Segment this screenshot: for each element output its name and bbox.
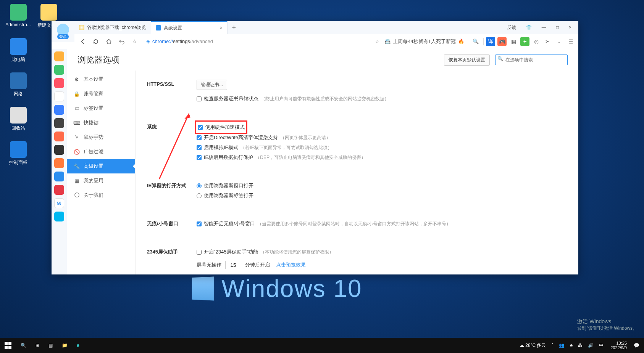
scissors-icon[interactable]: ✂	[543, 37, 552, 46]
tray-network-icon[interactable]: 🖧	[576, 343, 584, 348]
tray-volume-icon[interactable]: 🔊	[586, 343, 595, 348]
reload-button[interactable]	[90, 36, 101, 47]
desktop-icon-recycle[interactable]: 回收站	[4, 107, 32, 132]
maximize-button[interactable]: □	[552, 22, 563, 32]
profile-area[interactable]: 登录	[52, 21, 74, 42]
tray-notifications-icon[interactable]: 💬	[632, 343, 641, 348]
svg-rect-2	[5, 342, 8, 345]
chk-smart-incognito[interactable]	[197, 221, 202, 226]
allapps-icon[interactable]: ▦	[44, 338, 57, 353]
download-icon[interactable]: ⭳	[555, 37, 564, 46]
highlight-hardware-accel: 使用硬件加速模式	[195, 120, 247, 134]
tray-edge-icon[interactable]: e	[568, 343, 574, 348]
wrench-icon: 🔧	[74, 163, 80, 169]
chk-screensaver[interactable]	[197, 250, 202, 255]
address-bar[interactable]: ◈ chrome://settings/advanced ☆ 📇 上周每44秒就…	[142, 36, 468, 47]
side-rail: 58	[52, 49, 67, 274]
block-icon: 🚫	[74, 149, 80, 155]
hamburger-menu-icon[interactable]: ☰	[566, 37, 575, 46]
rail-icon-2[interactable]	[54, 65, 64, 75]
rail-icon-1[interactable]	[54, 51, 64, 61]
taskbar: 🔍 ⊞ ▦ 📁 e ☁ 28°C 多云 ˄ 👥 e 🖧 🔊 中 10:25 20…	[0, 338, 644, 353]
rail-icon-6[interactable]	[54, 118, 64, 128]
nav-adblock[interactable]: 🚫广告过滤	[67, 144, 135, 159]
taskview-icon[interactable]: ⊞	[31, 338, 44, 353]
explorer-icon[interactable]: 📁	[57, 338, 72, 353]
rail-icon-58[interactable]: 58	[54, 198, 64, 208]
nav-account[interactable]: 🔒账号管家	[67, 87, 135, 101]
chk-cert-revoke[interactable]	[197, 96, 202, 101]
new-tab-button[interactable]: +	[228, 21, 240, 34]
taskbar-search-icon[interactable]: 🔍	[16, 338, 31, 353]
restore-defaults-button[interactable]: 恢复本页默认设置	[444, 55, 490, 66]
settings-body: HTTPS/SSL 管理证书... 检查服务器证书吊销状态 （防止用户向可能带有…	[136, 71, 578, 274]
minimize-button[interactable]: —	[538, 22, 550, 32]
bookmark-star-icon[interactable]: ☆	[375, 39, 379, 44]
browser-window: 登录 谷歌浏览器下载_chrome浏览 高级设置 × + 反	[52, 21, 578, 274]
feedback-link[interactable]: 反馈	[503, 22, 520, 33]
rail-icon-7[interactable]	[54, 132, 64, 141]
tray-people-icon[interactable]: 👥	[557, 343, 566, 348]
mouse-icon: 🖱	[74, 134, 80, 140]
rail-icon-13[interactable]	[54, 212, 64, 221]
tray-chevron-icon[interactable]: ˄	[550, 343, 555, 348]
edge-icon[interactable]: e	[72, 338, 84, 353]
preview-link[interactable]: 点击预览效果	[276, 262, 306, 268]
rail-icon-11[interactable]	[54, 185, 64, 195]
close-window-button[interactable]: ×	[565, 22, 575, 32]
green-app-icon[interactable]: ✦	[520, 37, 529, 46]
annotation-arrow	[155, 111, 193, 183]
keyboard-icon: ⌨	[74, 120, 80, 126]
rail-icon-3[interactable]	[54, 78, 64, 88]
desktop-icon-thispc[interactable]: 此电脑	[4, 38, 32, 63]
close-tab-icon[interactable]: ×	[220, 25, 223, 30]
rail-icon-4[interactable]	[54, 91, 64, 101]
skin-icon[interactable]: 👕	[522, 22, 536, 32]
search-icon[interactable]: 🔍	[470, 36, 481, 47]
settings-nav: ⚙基本设置 🔒账号管家 🏷标签设置 ⌨快捷键 🖱鼠标手势 🚫广告过滤 🔧高级设置…	[67, 71, 136, 274]
promo-icon: 📇	[384, 39, 391, 44]
tray-ime[interactable]: 中	[597, 342, 605, 349]
rail-icon-5[interactable]	[54, 105, 64, 115]
chk-hardware-accel[interactable]	[198, 125, 203, 130]
promo-text[interactable]: 上周每44秒就有1人死于新冠	[393, 38, 456, 45]
tray-clock[interactable]: 10:25 2022/9/9	[607, 341, 630, 350]
nav-shortcuts[interactable]: ⌨快捷键	[67, 116, 135, 130]
radio-new-tab[interactable]	[197, 193, 202, 198]
nav-gestures[interactable]: 🖱鼠标手势	[67, 130, 135, 144]
settings-search-input[interactable]	[495, 55, 568, 65]
chk-directwrite[interactable]	[197, 135, 202, 140]
rail-icon-9[interactable]	[54, 158, 64, 168]
radio-new-window[interactable]	[197, 183, 202, 188]
login-pill[interactable]: 登录	[57, 34, 69, 39]
desktop-icon-controlpanel[interactable]: 控制面板	[4, 141, 32, 166]
chk-ie-mode[interactable]	[197, 145, 202, 150]
apps-grid-icon[interactable]: ▦	[509, 37, 518, 46]
screensaver-minutes-input[interactable]	[225, 261, 241, 269]
favorite-star-icon[interactable]: ☆	[129, 36, 140, 47]
record-icon[interactable]: ◎	[532, 37, 541, 46]
nav-myapps[interactable]: ▦我的应用	[67, 173, 135, 188]
tab-chrome-download[interactable]: 谷歌浏览器下载_chrome浏览	[74, 21, 151, 34]
chk-directwrite-label: 开启DirectWrite高清字体渲染支持	[204, 134, 278, 141]
rail-icon-10[interactable]	[54, 172, 64, 181]
start-button[interactable]	[0, 338, 16, 353]
tab-advanced-settings[interactable]: 高级设置 ×	[151, 21, 228, 34]
chk-dep[interactable]	[197, 155, 202, 160]
undo-button[interactable]	[116, 36, 127, 47]
translate-icon[interactable]: 译	[486, 37, 495, 46]
weather-tray[interactable]: ☁ 28°C 多云	[518, 342, 548, 349]
nav-about[interactable]: ⓘ关于我们	[67, 188, 135, 202]
nav-advanced[interactable]: 🔧高级设置	[67, 159, 135, 173]
desktop-icon-network[interactable]: 网络	[4, 72, 32, 97]
back-button[interactable]	[77, 36, 88, 47]
home-button[interactable]	[103, 36, 114, 47]
nav-basic[interactable]: ⚙基本设置	[67, 72, 135, 87]
desktop-icon-admin[interactable]: Administra...	[4, 4, 32, 27]
nav-tabs[interactable]: 🏷标签设置	[67, 101, 135, 116]
chk-dep-label: IE核启用数据执行保护	[204, 154, 253, 161]
rail-icon-8[interactable]	[54, 145, 64, 155]
manage-certs-button[interactable]: 管理证书...	[197, 80, 227, 90]
gamepad-icon[interactable]: 🎮	[497, 37, 507, 46]
compass-icon: ◈	[146, 39, 150, 44]
